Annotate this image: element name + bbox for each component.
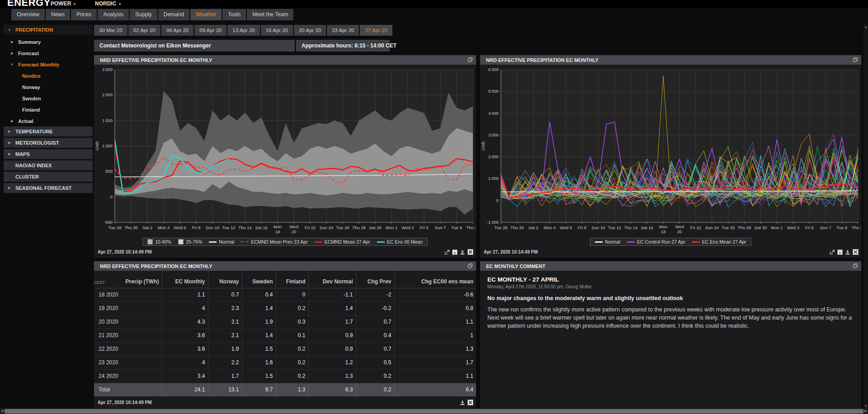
date-tab-02-apr-20[interactable]: 02 Apr 20	[128, 25, 160, 36]
table-row[interactable]: 24 20203.41.71.50.21.30.21.1	[94, 369, 476, 383]
svg-text:Mon 4: Mon 4	[544, 225, 556, 230]
nav-tab-prices[interactable]: Prices	[71, 9, 97, 20]
sidebar-item-forecast-monthly[interactable]: ▼Forecast Monthly	[4, 59, 93, 70]
svg-text:2 500: 2 500	[102, 67, 113, 72]
popout-icon[interactable]	[467, 263, 473, 269]
column-header-finland[interactable]: Finland	[276, 271, 308, 288]
nav-tab-tools[interactable]: Tools	[222, 9, 246, 20]
sidebar-item-precipitation[interactable]: ▼PRECIPITATION	[4, 25, 93, 35]
expand-icon[interactable]: ▶	[9, 40, 15, 44]
scroll-down-icon[interactable]: ▼	[863, 404, 868, 408]
sidebar-item-nordics[interactable]: Nordics	[4, 70, 93, 81]
nordic-menu[interactable]: NORDIC▼	[95, 0, 122, 7]
sidebar-item-maps[interactable]: ▶MAPS	[4, 149, 93, 159]
table-row[interactable]: 22 20203.61.91.50.20.90.71.3	[94, 342, 476, 356]
popout-icon[interactable]	[853, 57, 858, 63]
column-header-norway[interactable]: Norway	[208, 271, 242, 288]
scroll-up-icon[interactable]: ▲	[863, 25, 868, 29]
excel-export-icon[interactable]	[467, 249, 473, 255]
expand-icon[interactable]: ▶	[9, 119, 15, 123]
value-cell: 0.2	[356, 383, 394, 396]
popout-icon[interactable]	[853, 263, 858, 269]
date-tab-13-apr-20[interactable]: 13 Apr 20	[227, 25, 259, 36]
week-cell: 21 2020	[94, 329, 162, 342]
sidebar-item-summary[interactable]: ▶Summary	[4, 36, 93, 47]
sidebar-item-temperature[interactable]: ▶TEMPERATURE	[4, 127, 93, 136]
date-tab-27-apr-20[interactable]: 27 Apr 20	[360, 25, 392, 36]
date-tab-06-apr-20[interactable]: 06 Apr 20	[161, 25, 193, 36]
column-header-dev-normal[interactable]: Dev Normal	[308, 271, 356, 288]
value-cell: 1	[394, 329, 476, 342]
sidebar-item-meteorologist[interactable]: ▶METEOROLOGIST	[4, 138, 93, 148]
column-header-sweden[interactable]: Sweden	[242, 271, 276, 288]
sidebar-nav: ▼PRECIPITATION▶Summary▶Forecast▼Forecast…	[4, 25, 93, 194]
value-cell: 3.4	[162, 369, 208, 383]
sidebar-item-forecast[interactable]: ▶Forecast	[4, 47, 93, 59]
table-total-row[interactable]: Total24.113.19.71.36.30.26.4	[94, 383, 476, 396]
info-icon[interactable]: i	[452, 249, 458, 255]
table-row[interactable]: 18 20201.10.70.40-1.1-2-0.6	[94, 288, 476, 301]
table-timestamp: Apr 27, 2020 10:14:49 PM	[98, 400, 152, 405]
expand-icon[interactable]: ▶	[7, 186, 12, 190]
open-external-icon[interactable]	[444, 249, 450, 255]
collapse-icon[interactable]: ▼	[7, 28, 12, 32]
svg-text:Thu 28: Thu 28	[352, 225, 366, 230]
nav-tab-meet-the-team[interactable]: Meet the Team	[247, 9, 293, 20]
date-tab-23-apr-20[interactable]: 23 Apr 20	[327, 25, 359, 36]
nav-tab-news[interactable]: News	[46, 9, 70, 20]
sidebar-item-seasonal-forecast[interactable]: ▶SEASONAL FORECAST	[4, 183, 93, 193]
expand-icon[interactable]: ▶	[9, 52, 15, 55]
download-icon[interactable]	[460, 400, 465, 405]
date-tab-16-apr-20[interactable]: 16 Apr 20	[261, 25, 293, 36]
power-menu[interactable]: POWER▼	[51, 0, 76, 7]
expand-icon[interactable]: ▶	[7, 141, 12, 145]
scroll-left-icon[interactable]: ◄	[0, 408, 5, 414]
download-icon[interactable]	[460, 249, 465, 255]
legend-item-normal: Normal	[595, 239, 620, 245]
table-row[interactable]: 21 20203.62.11.40.10.90.41	[94, 329, 476, 342]
date-tab-09-apr-20[interactable]: 09 Apr 20	[194, 25, 226, 36]
legend-item-ecmnd-mean-27-apr: ECMND Mean 27 Apr	[315, 239, 370, 245]
value-cell: 1.4	[308, 301, 356, 315]
date-tab-20-apr-20[interactable]: 20 Apr 20	[294, 25, 326, 36]
line-swatch-icon	[627, 241, 635, 243]
nav-tab-weather[interactable]: Weather	[190, 9, 222, 20]
table-row[interactable]: 19 202042.31.40.21.4-0.20.8	[94, 301, 476, 315]
value-cell: 0	[276, 288, 308, 301]
nav-tab-analysis[interactable]: Analysis	[98, 9, 129, 20]
chevron-down-icon: ▼	[118, 2, 122, 6]
horizontal-scroll-thumb[interactable]	[5, 409, 863, 414]
sidebar-item-norway[interactable]: Norway	[4, 81, 93, 93]
info-icon[interactable]: i	[837, 249, 843, 255]
expand-icon[interactable]: ▶	[7, 152, 12, 156]
nav-tab-overview[interactable]: Overview	[11, 9, 45, 20]
svg-text:Wed 6: Wed 6	[560, 225, 572, 230]
scroll-right-icon[interactable]: ►	[863, 408, 868, 414]
open-external-icon[interactable]	[830, 249, 835, 255]
nav-tab-demand[interactable]: Demand	[158, 9, 189, 20]
excel-export-icon[interactable]	[853, 249, 859, 255]
excel-export-icon[interactable]	[467, 400, 473, 405]
date-tab-30-mar-20[interactable]: 30 Mar 20	[94, 25, 127, 36]
sidebar-item-cluster[interactable]: CLUSTER	[4, 172, 93, 182]
table-row[interactable]: 23 202042.21.60.21.20.51.7	[94, 356, 476, 369]
column-header-chg-prev[interactable]: Chg Prev	[356, 271, 394, 288]
nav-tab-supply[interactable]: Supply	[130, 9, 157, 20]
download-icon[interactable]	[845, 249, 850, 255]
table-row[interactable]: 20 20204.32.11.90.31.70.71.1	[94, 315, 476, 329]
column-header-ec-monthly[interactable]: EC Monthly	[162, 271, 208, 288]
horizontal-scrollbar[interactable]: ◄ ►	[0, 408, 868, 414]
vertical-scrollbar[interactable]: ▲ ▼	[863, 25, 868, 408]
column-header-precip-twh[interactable]: CESTPrecip (TWh)	[94, 271, 162, 288]
column-header-chg-ec00-ens-mean[interactable]: Chg EC00 ens mean	[394, 271, 476, 288]
sidebar-item-finland[interactable]: Finland	[4, 104, 93, 115]
svg-text:Thu 14: Thu 14	[624, 225, 637, 230]
collapse-icon[interactable]: ▼	[9, 63, 15, 66]
popout-icon[interactable]	[467, 57, 473, 63]
sidebar-item-nao-ao-index[interactable]: NAO/AO INDEX	[4, 160, 93, 170]
comment-headline: No major changes to the moderately warm …	[487, 295, 854, 301]
expand-icon[interactable]: ▶	[7, 130, 12, 133]
sidebar-item-sweden[interactable]: Sweden	[4, 93, 93, 104]
sidebar-item-actual[interactable]: ▶Actual	[4, 115, 93, 127]
precipitation-band-chart-panel: NRD EFFECTIVE PRECIPITATION EC MONTHLY -…	[94, 55, 476, 258]
